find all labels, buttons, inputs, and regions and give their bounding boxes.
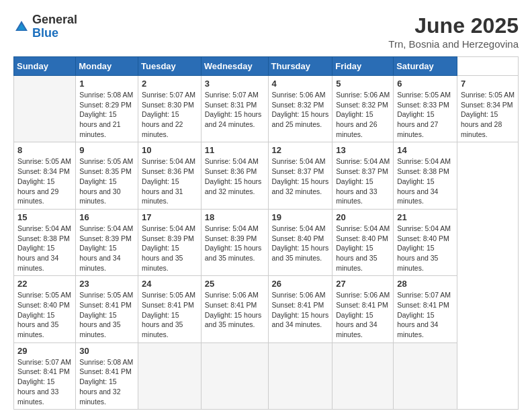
day-info: Sunrise: 5:07 AMSunset: 8:41 PMDaylight:… bbox=[397, 290, 453, 339]
day-info: Sunrise: 5:05 AMSunset: 8:40 PMDaylight:… bbox=[17, 290, 72, 339]
calendar-day-cell bbox=[268, 342, 332, 409]
day-info: Sunrise: 5:07 AMSunset: 8:31 PMDaylight:… bbox=[205, 90, 265, 130]
calendar-day-cell: 27Sunrise: 5:06 AMSunset: 8:41 PMDayligh… bbox=[332, 276, 394, 342]
day-info: Sunrise: 5:05 AMSunset: 8:34 PMDaylight:… bbox=[461, 90, 515, 139]
day-number: 26 bbox=[272, 279, 329, 289]
day-number: 6 bbox=[397, 79, 453, 89]
calendar-header-row: SundayMondayTuesdayWednesdayThursdayFrid… bbox=[14, 57, 519, 76]
weekday-header-tuesday: Tuesday bbox=[138, 57, 202, 76]
day-info: Sunrise: 5:04 AMSunset: 8:38 PMDaylight:… bbox=[397, 156, 453, 205]
day-number: 12 bbox=[272, 145, 329, 155]
day-info: Sunrise: 5:04 AMSunset: 8:40 PMDaylight:… bbox=[272, 224, 329, 263]
day-info: Sunrise: 5:04 AMSunset: 8:40 PMDaylight:… bbox=[336, 224, 390, 273]
calendar-day-cell: 29Sunrise: 5:07 AMSunset: 8:41 PMDayligh… bbox=[14, 342, 76, 409]
page-header: General Blue June 2025 Trn, Bosnia and H… bbox=[13, 13, 519, 50]
weekday-header-sunday: Sunday bbox=[14, 57, 76, 76]
calendar-day-cell: 6Sunrise: 5:05 AMSunset: 8:33 PMDaylight… bbox=[394, 76, 457, 142]
calendar-day-cell: 21Sunrise: 5:04 AMSunset: 8:40 PMDayligh… bbox=[394, 209, 457, 275]
day-number: 18 bbox=[205, 212, 265, 222]
calendar-week-row: 22Sunrise: 5:05 AMSunset: 8:40 PMDayligh… bbox=[14, 276, 519, 342]
month-title: June 2025 bbox=[388, 13, 519, 38]
day-number: 17 bbox=[142, 212, 197, 222]
day-number: 19 bbox=[272, 212, 329, 222]
day-number: 10 bbox=[142, 145, 197, 155]
calendar-day-cell: 7Sunrise: 5:05 AMSunset: 8:34 PMDaylight… bbox=[457, 76, 518, 142]
calendar-day-cell: 13Sunrise: 5:04 AMSunset: 8:37 PMDayligh… bbox=[332, 142, 394, 209]
calendar-week-row: 15Sunrise: 5:04 AMSunset: 8:38 PMDayligh… bbox=[14, 209, 519, 275]
day-info: Sunrise: 5:06 AMSunset: 8:41 PMDaylight:… bbox=[272, 290, 329, 330]
day-info: Sunrise: 5:05 AMSunset: 8:41 PMDaylight:… bbox=[79, 290, 134, 339]
day-info: Sunrise: 5:04 AMSunset: 8:39 PMDaylight:… bbox=[205, 224, 265, 263]
calendar-week-row: 8Sunrise: 5:05 AMSunset: 8:34 PMDaylight… bbox=[14, 142, 519, 209]
day-info: Sunrise: 5:04 AMSunset: 8:36 PMDaylight:… bbox=[142, 156, 197, 205]
calendar-day-cell: 10Sunrise: 5:04 AMSunset: 8:36 PMDayligh… bbox=[138, 142, 202, 209]
calendar-day-cell bbox=[14, 76, 76, 142]
calendar-table: SundayMondayTuesdayWednesdayThursdayFrid… bbox=[13, 56, 519, 410]
calendar-day-cell: 25Sunrise: 5:06 AMSunset: 8:41 PMDayligh… bbox=[201, 276, 268, 342]
day-info: Sunrise: 5:05 AMSunset: 8:35 PMDaylight:… bbox=[79, 156, 134, 205]
day-info: Sunrise: 5:04 AMSunset: 8:37 PMDaylight:… bbox=[272, 156, 329, 196]
calendar-day-cell: 24Sunrise: 5:05 AMSunset: 8:41 PMDayligh… bbox=[138, 276, 202, 342]
calendar-day-cell: 9Sunrise: 5:05 AMSunset: 8:35 PMDaylight… bbox=[76, 142, 138, 209]
day-number: 5 bbox=[336, 79, 390, 89]
calendar-day-cell: 14Sunrise: 5:04 AMSunset: 8:38 PMDayligh… bbox=[394, 142, 457, 209]
calendar-day-cell: 5Sunrise: 5:06 AMSunset: 8:32 PMDaylight… bbox=[332, 76, 394, 142]
calendar-day-cell: 16Sunrise: 5:04 AMSunset: 8:39 PMDayligh… bbox=[76, 209, 138, 275]
day-number: 1 bbox=[79, 79, 134, 89]
calendar-day-cell: 26Sunrise: 5:06 AMSunset: 8:41 PMDayligh… bbox=[268, 276, 332, 342]
day-number: 3 bbox=[205, 79, 265, 89]
calendar-day-cell bbox=[394, 342, 457, 409]
calendar-day-cell: 3Sunrise: 5:07 AMSunset: 8:31 PMDaylight… bbox=[201, 76, 268, 142]
calendar-week-row: 1Sunrise: 5:08 AMSunset: 8:29 PMDaylight… bbox=[14, 76, 519, 142]
weekday-header-saturday: Saturday bbox=[394, 57, 457, 76]
day-info: Sunrise: 5:08 AMSunset: 8:41 PMDaylight:… bbox=[79, 357, 134, 406]
day-number: 20 bbox=[336, 212, 390, 222]
day-number: 24 bbox=[142, 279, 197, 289]
day-info: Sunrise: 5:04 AMSunset: 8:39 PMDaylight:… bbox=[142, 224, 197, 273]
calendar-day-cell: 18Sunrise: 5:04 AMSunset: 8:39 PMDayligh… bbox=[201, 209, 268, 275]
title-area: June 2025 Trn, Bosnia and Herzegovina bbox=[388, 13, 519, 50]
day-number: 14 bbox=[397, 145, 453, 155]
calendar-day-cell: 28Sunrise: 5:07 AMSunset: 8:41 PMDayligh… bbox=[394, 276, 457, 342]
calendar-day-cell bbox=[138, 342, 202, 409]
calendar-body: 1Sunrise: 5:08 AMSunset: 8:29 PMDaylight… bbox=[14, 76, 519, 410]
day-number: 30 bbox=[79, 346, 134, 356]
day-info: Sunrise: 5:04 AMSunset: 8:39 PMDaylight:… bbox=[79, 224, 134, 273]
logo-text: General Blue bbox=[32, 13, 77, 40]
calendar-day-cell bbox=[332, 342, 394, 409]
calendar-day-cell: 20Sunrise: 5:04 AMSunset: 8:40 PMDayligh… bbox=[332, 209, 394, 275]
day-info: Sunrise: 5:06 AMSunset: 8:41 PMDaylight:… bbox=[336, 290, 390, 339]
day-number: 13 bbox=[336, 145, 390, 155]
day-number: 27 bbox=[336, 279, 390, 289]
day-number: 22 bbox=[17, 279, 72, 289]
calendar-day-cell: 22Sunrise: 5:05 AMSunset: 8:40 PMDayligh… bbox=[14, 276, 76, 342]
day-info: Sunrise: 5:06 AMSunset: 8:41 PMDaylight:… bbox=[205, 290, 265, 330]
logo: General Blue bbox=[13, 13, 77, 40]
day-info: Sunrise: 5:07 AMSunset: 8:30 PMDaylight:… bbox=[142, 90, 197, 139]
day-number: 7 bbox=[461, 79, 515, 89]
calendar-day-cell: 2Sunrise: 5:07 AMSunset: 8:30 PMDaylight… bbox=[138, 76, 202, 142]
location-title: Trn, Bosnia and Herzegovina bbox=[388, 38, 519, 50]
calendar-day-cell: 19Sunrise: 5:04 AMSunset: 8:40 PMDayligh… bbox=[268, 209, 332, 275]
day-info: Sunrise: 5:05 AMSunset: 8:33 PMDaylight:… bbox=[397, 90, 453, 139]
day-number: 16 bbox=[79, 212, 134, 222]
calendar-week-row: 29Sunrise: 5:07 AMSunset: 8:41 PMDayligh… bbox=[14, 342, 519, 409]
day-number: 25 bbox=[205, 279, 265, 289]
day-info: Sunrise: 5:05 AMSunset: 8:34 PMDaylight:… bbox=[17, 156, 72, 205]
day-info: Sunrise: 5:06 AMSunset: 8:32 PMDaylight:… bbox=[272, 90, 329, 130]
calendar-day-cell: 12Sunrise: 5:04 AMSunset: 8:37 PMDayligh… bbox=[268, 142, 332, 209]
day-number: 23 bbox=[79, 279, 134, 289]
logo-blue: Blue bbox=[32, 26, 58, 40]
calendar-day-cell: 11Sunrise: 5:04 AMSunset: 8:36 PMDayligh… bbox=[201, 142, 268, 209]
day-number: 15 bbox=[17, 212, 72, 222]
day-info: Sunrise: 5:04 AMSunset: 8:38 PMDaylight:… bbox=[17, 224, 72, 273]
weekday-header-monday: Monday bbox=[76, 57, 138, 76]
day-info: Sunrise: 5:04 AMSunset: 8:40 PMDaylight:… bbox=[397, 224, 453, 273]
calendar-day-cell: 23Sunrise: 5:05 AMSunset: 8:41 PMDayligh… bbox=[76, 276, 138, 342]
day-number: 29 bbox=[17, 346, 72, 356]
day-number: 8 bbox=[17, 145, 72, 155]
day-number: 4 bbox=[272, 79, 329, 89]
day-info: Sunrise: 5:04 AMSunset: 8:37 PMDaylight:… bbox=[336, 156, 390, 205]
weekday-header-friday: Friday bbox=[332, 57, 394, 76]
day-number: 9 bbox=[79, 145, 134, 155]
